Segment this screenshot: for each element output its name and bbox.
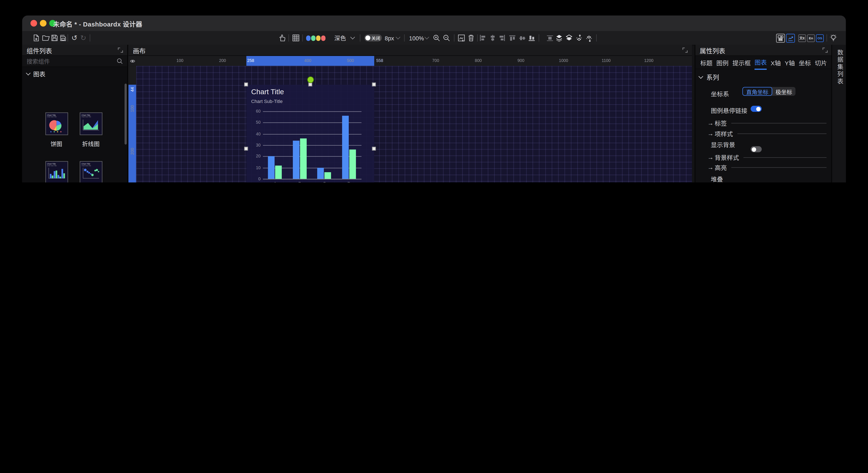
- layout-mode-button[interactable]: [776, 31, 785, 45]
- series-section-header[interactable]: 系列: [699, 72, 719, 81]
- tab-y-axis[interactable]: Y轴: [785, 56, 795, 69]
- main-toolbar: ↺ ↻ 深色 关闭 8px 100%: [22, 31, 846, 45]
- move-up-button[interactable]: [575, 31, 583, 45]
- polar-option[interactable]: 极坐标: [772, 87, 796, 96]
- selection-handle[interactable]: [372, 83, 376, 87]
- align-bottom-icon: [528, 35, 535, 41]
- tab-chart[interactable]: 图表: [754, 55, 767, 69]
- align-bottom-button[interactable]: [528, 31, 535, 45]
- align-center-h-icon: [489, 34, 496, 42]
- 散点图-thumbnail[interactable]: Chart TitleChart Sub-Title: [80, 161, 102, 182]
- palette-red-dot: [321, 35, 326, 41]
- theme-select-label[interactable]: 深色: [334, 31, 346, 45]
- grid-toggle-button[interactable]: [292, 31, 300, 45]
- chart-group-header[interactable]: 图表: [27, 69, 45, 78]
- component-search-input[interactable]: 搜索组件: [22, 56, 127, 67]
- move-layer-up-icon: [575, 34, 583, 42]
- canvas-grid[interactable]: Chart Title Chart Sub-Title 010203040506…: [136, 66, 692, 182]
- chart-mode-button[interactable]: [786, 31, 795, 45]
- save-all-button[interactable]: [59, 31, 66, 45]
- selection-handle[interactable]: [372, 147, 376, 151]
- component-panel-title: 组件列表: [27, 46, 118, 55]
- close-window-button[interactable]: [31, 20, 37, 27]
- tab-tooltip[interactable]: 提示框: [733, 56, 751, 69]
- undo-icon: ↺: [71, 34, 77, 42]
- series 2-bar-C[interactable]: [324, 172, 331, 179]
- canvas-zoom-level[interactable]: 100%: [409, 31, 424, 45]
- send-to-back-button[interactable]: [565, 31, 573, 45]
- tab-title[interactable]: 标题: [700, 56, 713, 69]
- rotate-handle[interactable]: [307, 76, 314, 83]
- series 1-bar-A[interactable]: [268, 156, 275, 179]
- component-scrollbar[interactable]: [125, 84, 127, 144]
- align-center-h-button[interactable]: [489, 31, 496, 45]
- eye-icon: [130, 59, 135, 63]
- center-in-container-icon: [546, 35, 554, 41]
- radius-chevron-down-icon[interactable]: [396, 31, 400, 45]
- save-icon: [51, 34, 58, 42]
- pan-tool-button[interactable]: [279, 31, 286, 45]
- delete-widget-button[interactable]: [468, 31, 474, 45]
- horizontal-ruler: 100200400500700800900100011001200258558: [136, 56, 692, 66]
- cartesian-option[interactable]: 直角坐标: [742, 87, 772, 96]
- bg-style-collapsed-section[interactable]: →背景样式: [707, 153, 826, 161]
- align-left-button[interactable]: [479, 31, 486, 45]
- bring-to-front-button[interactable]: [555, 31, 563, 45]
- translate-to-zh-button[interactable]: En: [807, 31, 815, 45]
- theme-chevron-down-icon[interactable]: [351, 31, 354, 45]
- selection-handle[interactable]: [244, 147, 248, 151]
- 柱状图-thumbnail[interactable]: Chart TitleChart Sub-Title: [45, 161, 68, 182]
- x-axis-label: A: [263, 181, 287, 182]
- label-collapsed-section[interactable]: →标签: [707, 119, 826, 127]
- os-theme-button[interactable]: OS: [816, 31, 824, 45]
- zoom-chevron-down-icon[interactable]: [425, 31, 429, 45]
- theme-palette[interactable]: [306, 31, 326, 45]
- expand-panel-icon[interactable]: [823, 48, 828, 53]
- selection-handle[interactable]: [308, 83, 312, 87]
- chevron-down-icon: [26, 71, 31, 76]
- 折线图-thumbnail[interactable]: Chart TitleChart Sub-Title: [80, 112, 102, 135]
- selection-handle[interactable]: [244, 83, 248, 87]
- zoom-out-button[interactable]: [443, 31, 450, 45]
- save-button[interactable]: [51, 31, 58, 45]
- series 1-bar-D[interactable]: [342, 116, 349, 179]
- grid-icon: [292, 34, 300, 42]
- series 2-bar-A[interactable]: [275, 165, 282, 179]
- highlight-collapsed-section[interactable]: →高亮: [707, 163, 826, 172]
- align-middle-button[interactable]: [519, 31, 526, 45]
- tab-x-axis[interactable]: X轴: [771, 56, 781, 69]
- legend-hover-toggle[interactable]: [751, 106, 762, 112]
- series 2-bar-D[interactable]: [349, 150, 356, 179]
- dataset-list-vertical-tab[interactable]: 数据集列表: [835, 49, 844, 85]
- 饼图-thumbnail[interactable]: Chart TitleChart Sub-Title: [45, 112, 68, 135]
- redo-button[interactable]: ↻: [80, 31, 86, 45]
- move-down-button[interactable]: [585, 31, 593, 45]
- translate-to-en-button[interactable]: 文E: [798, 31, 806, 45]
- tab-slice[interactable]: 切片: [815, 56, 827, 69]
- export-image-button[interactable]: [458, 31, 465, 45]
- open-file-button[interactable]: [42, 31, 50, 45]
- vertical-ruler: 10020040050044344: [128, 66, 137, 182]
- expand-panel-icon[interactable]: [683, 48, 687, 53]
- app-window: 未命名 * - Dashboardx 设计器 ↺ ↻ 深色 关闭 8px 100…: [22, 16, 846, 182]
- new-file-button[interactable]: [33, 31, 40, 45]
- legend-hover-label: 图例悬停链接: [711, 106, 747, 115]
- align-right-button[interactable]: [499, 31, 505, 45]
- item-style-collapsed-section[interactable]: →项样式: [707, 129, 826, 138]
- tab-coordinate[interactable]: 坐标: [799, 56, 811, 69]
- chart-widget[interactable]: Chart Title Chart Sub-Title 010203040506…: [246, 85, 374, 182]
- series 1-bar-C[interactable]: [317, 168, 324, 179]
- radius-toggle[interactable]: 关闭: [364, 31, 382, 45]
- zoom-in-button[interactable]: [433, 31, 440, 45]
- series 1-bar-B[interactable]: [293, 141, 300, 179]
- undo-button[interactable]: ↺: [71, 31, 77, 45]
- center-in-canvas-button[interactable]: [546, 31, 554, 45]
- minimize-window-button[interactable]: [40, 20, 46, 27]
- series 2-bar-B[interactable]: [300, 138, 307, 179]
- expand-panel-icon[interactable]: [118, 48, 123, 53]
- tab-legend[interactable]: 图例: [716, 56, 728, 69]
- show-background-toggle[interactable]: [751, 146, 762, 152]
- tips-button[interactable]: [830, 31, 837, 45]
- align-top-button[interactable]: [509, 31, 516, 45]
- radius-value[interactable]: 8px: [385, 31, 394, 45]
